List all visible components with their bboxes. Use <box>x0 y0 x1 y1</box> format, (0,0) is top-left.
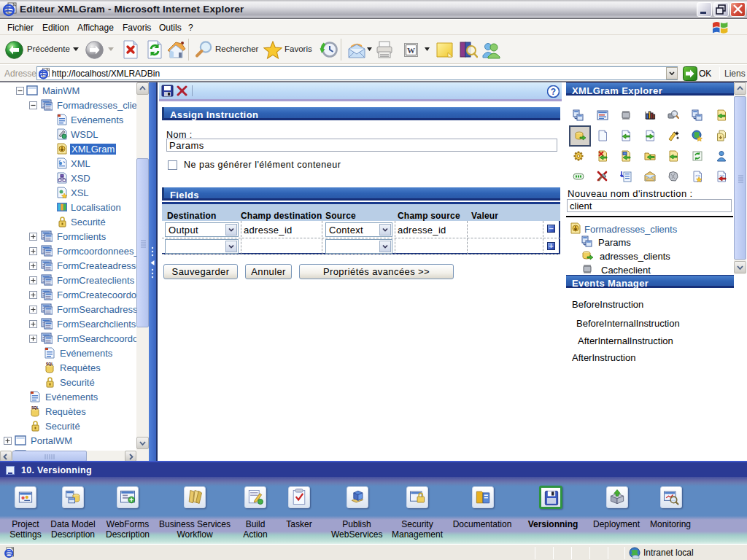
svg-text:?: ? <box>551 87 556 97</box>
svg-text:W: W <box>407 46 415 55</box>
